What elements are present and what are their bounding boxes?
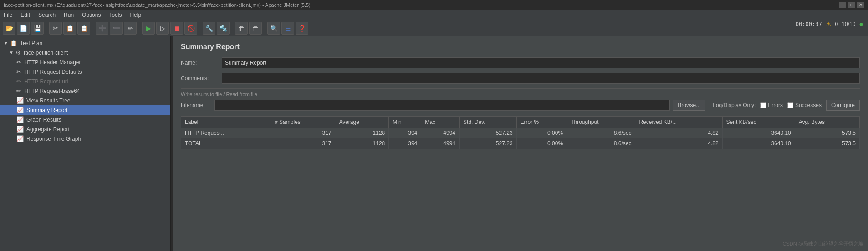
- copy-button[interactable]: 📋: [63, 22, 76, 35]
- save-button[interactable]: 💾: [31, 22, 44, 35]
- menu-help[interactable]: Help: [126, 11, 145, 19]
- listener-icon: 📈: [16, 97, 24, 104]
- listener-icon-4: 📈: [16, 126, 24, 133]
- table-row: TOTAL31711283944994527.230.00%8.6/sec4.8…: [181, 138, 860, 149]
- config-icon-2: ✂: [16, 68, 21, 75]
- search-button[interactable]: 🔍: [267, 22, 280, 35]
- menu-search[interactable]: Search: [35, 11, 59, 19]
- test-plan-icon: 📋: [10, 40, 17, 46]
- table-cell: TOTAL: [181, 138, 271, 149]
- paste-button[interactable]: 📋: [77, 22, 90, 35]
- table-cell: HTTP Reques...: [181, 128, 271, 138]
- col-throughput: Throughput: [567, 117, 635, 128]
- results-table: Label # Samples Average Min Max Std. Dev…: [181, 116, 860, 149]
- panel-title: Summary Report: [181, 43, 860, 51]
- sidebar-item-graph-results[interactable]: 📈 Graph Results: [0, 115, 170, 124]
- list-button[interactable]: ☰: [281, 22, 294, 35]
- table-cell: 573.5: [795, 128, 859, 138]
- menu-options[interactable]: Options: [78, 11, 104, 19]
- col-received: Received KB/...: [635, 117, 722, 128]
- window-title: face-petition-client.jmx (E:\quadulent\2…: [4, 2, 839, 8]
- thread-group-icon: ⚙: [15, 49, 21, 56]
- maximize-button[interactable]: □: [848, 2, 855, 8]
- run-button[interactable]: ▶: [142, 22, 155, 35]
- config-icon: ✂: [16, 59, 21, 66]
- table-cell: 527.23: [460, 128, 517, 138]
- table-cell: 8.6/sec: [567, 138, 635, 149]
- remove-button[interactable]: ➖: [110, 22, 123, 35]
- remote-run-button[interactable]: 🔧: [203, 22, 215, 35]
- sidebar-label-response-time-graph: Response Time Graph: [26, 136, 81, 142]
- menu-tools[interactable]: Tools: [105, 11, 125, 19]
- sidebar-item-face-petition-client[interactable]: ▼ ⚙ face-petition-client: [0, 48, 170, 57]
- arrow-icon: ▼: [9, 50, 14, 55]
- edit-button[interactable]: ✏: [124, 22, 137, 35]
- sidebar-label-test-plan: Test Plan: [20, 40, 42, 46]
- listener-icon-5: 📈: [16, 135, 24, 142]
- remote-stop-button[interactable]: 🔩: [217, 22, 230, 35]
- sidebar-item-response-time-graph[interactable]: 📈 Response Time Graph: [0, 134, 170, 143]
- warning-count: 0: [835, 21, 838, 27]
- menu-file[interactable]: File: [0, 11, 16, 19]
- add-button[interactable]: ➕: [96, 22, 108, 35]
- open-button[interactable]: 📂: [3, 22, 15, 35]
- sidebar-label-http-header-manager: HTTP Header Manager: [24, 59, 81, 66]
- table-cell: 4994: [421, 128, 460, 138]
- successes-label: Successes: [795, 102, 822, 108]
- col-avgbytes: Avg. Bytes: [795, 117, 859, 128]
- errors-checkbox[interactable]: [760, 102, 766, 108]
- table-cell: 0.00%: [516, 128, 567, 138]
- sidebar-item-http-header-manager[interactable]: ✂ HTTP Header Manager: [0, 57, 170, 67]
- table-cell: 4.82: [635, 138, 722, 149]
- sidebar-item-aggregate-report[interactable]: 📈 Aggregate Report: [0, 124, 170, 134]
- table-cell: 3640.10: [722, 128, 795, 138]
- content-panel: Summary Report Name: Comments: Write res…: [173, 36, 868, 251]
- menu-run[interactable]: Run: [60, 11, 77, 19]
- comments-label: Comments:: [181, 75, 222, 82]
- col-sent: Sent KB/sec: [722, 117, 795, 128]
- comments-input[interactable]: [222, 73, 860, 84]
- timer-display: 00:00:37: [796, 21, 822, 27]
- stop-button[interactable]: ⏹: [170, 22, 183, 35]
- listener-icon-2: 📈: [16, 107, 24, 113]
- sidebar-label-graph-results: Graph Results: [26, 117, 61, 123]
- col-min: Min: [389, 117, 421, 128]
- menu-edit[interactable]: Edit: [17, 11, 34, 19]
- sidebar-item-http-request-defaults[interactable]: ✂ HTTP Request Defaults: [0, 67, 170, 77]
- name-label: Name:: [181, 60, 222, 66]
- start-no-pause-button[interactable]: ▷: [156, 22, 169, 35]
- errors-label: Errors: [768, 102, 783, 108]
- successes-checkbox-label[interactable]: Successes: [787, 102, 822, 108]
- errors-checkbox-label[interactable]: Errors: [760, 102, 783, 108]
- clear-button[interactable]: 🗑: [235, 22, 248, 35]
- table-cell: 3640.10: [722, 138, 795, 149]
- status-ok-icon: ●: [859, 20, 863, 28]
- sidebar-item-http-request-url[interactable]: ✏ HTTP Request-url: [0, 77, 170, 86]
- browse-button[interactable]: Browse...: [673, 100, 705, 111]
- configure-button[interactable]: Configure: [826, 100, 860, 111]
- table-cell: 4994: [421, 138, 460, 149]
- cut-button[interactable]: ✂: [49, 22, 62, 35]
- table-cell: 1128: [335, 138, 389, 149]
- sidebar-item-summary-report[interactable]: 📈 Summary Report: [0, 105, 170, 115]
- help-button[interactable]: ❓: [296, 22, 308, 35]
- minimize-button[interactable]: —: [839, 2, 846, 8]
- sidebar-item-test-plan[interactable]: ▼ 📋 Test Plan: [0, 38, 170, 48]
- filename-input[interactable]: [214, 100, 670, 111]
- col-stddev: Std. Dev.: [460, 117, 517, 128]
- clear-all-button[interactable]: 🗑: [249, 22, 262, 35]
- sidebar-item-view-results-tree[interactable]: 📈 View Results Tree: [0, 96, 170, 105]
- table-row: HTTP Reques...31711283944994527.230.00%8…: [181, 128, 860, 138]
- sidebar-item-http-request-base64[interactable]: ✏ HTTP Request-base64: [0, 86, 170, 96]
- shutdown-button[interactable]: 🚫: [184, 22, 197, 35]
- table-cell: 394: [389, 128, 421, 138]
- successes-checkbox[interactable]: [787, 102, 793, 108]
- sidebar-label-summary-report: Summary Report: [26, 107, 68, 113]
- sidebar-label-aggregate-report: Aggregate Report: [26, 126, 70, 133]
- table-cell: 317: [271, 128, 335, 138]
- write-results-label: Write results to file / Read from file: [181, 88, 860, 97]
- name-input[interactable]: [222, 57, 860, 68]
- close-button[interactable]: ✕: [857, 2, 864, 8]
- listener-icon-3: 📈: [16, 116, 24, 123]
- new-button[interactable]: 📄: [17, 22, 30, 35]
